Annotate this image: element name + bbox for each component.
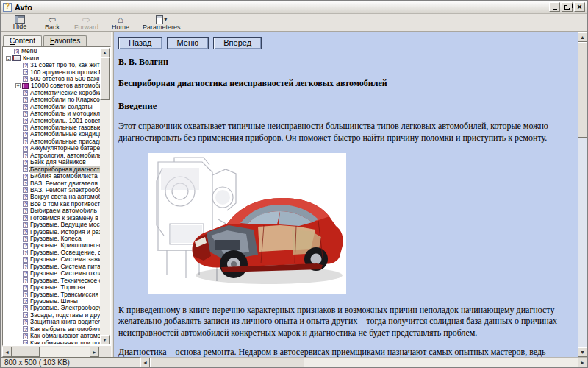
minimize-button[interactable] — [549, 2, 560, 12]
help-topic-icon — [23, 222, 28, 228]
tree-item[interactable]: Автомобиль и мотоцикл — [4, 110, 100, 117]
tree-item[interactable]: Грузовые. Техническое об — [4, 277, 100, 283]
tree-item[interactable]: Аккумуляторные батареи — [4, 145, 100, 152]
tree-horizontal-scrollbar[interactable]: ◄ ► — [2, 347, 99, 357]
scrollbar-track[interactable] — [304, 358, 578, 367]
help-topic-icon — [23, 319, 28, 325]
tree-item[interactable]: Астрология, автомобиль, — [4, 152, 100, 159]
topic-nav-menu-button[interactable]: Меню — [167, 37, 209, 49]
tree-item-label: Засады, подставы и други — [30, 312, 100, 319]
scroll-right-icon[interactable]: ► — [578, 358, 587, 367]
toolbar-button-label: Back — [45, 24, 60, 31]
tree-item[interactable]: ВАЗ. Ремонт электрообор — [4, 187, 100, 194]
scroll-down-icon[interactable]: ▼ — [578, 347, 587, 357]
status-text: 588 x 368 ( 103 KB) — [1, 357, 140, 367]
tree-item[interactable]: Бесприборная диагности — [4, 166, 100, 172]
scrollbar-track[interactable] — [100, 100, 110, 335]
tree-item-label: Грузовые. Системы охлаж — [30, 270, 100, 277]
tree-item[interactable]: Выбираем автомобиль — [4, 208, 100, 214]
help-topic-icon — [23, 76, 28, 82]
tree-item-label: Автомобиль. 1001 совет — [30, 118, 100, 124]
help-topic-icon — [23, 285, 28, 291]
tab-favorites[interactable]: Favorites — [43, 35, 87, 46]
topic-nav-forward-button[interactable]: Вперед — [213, 37, 262, 49]
paragraph: Диагностика – основа ремонта. Недаром в … — [118, 347, 573, 357]
scroll-up-icon[interactable]: ▲ — [100, 48, 110, 57]
tree-item-label: Астрология, автомобиль, — [30, 152, 100, 159]
tree-item[interactable]: +10000 советов автомобил — [4, 82, 100, 89]
tree-item[interactable]: Грузовые. Трансмиссия — [4, 291, 100, 297]
restore-button[interactable] — [562, 2, 573, 12]
tree-item[interactable]: Как обманывают при пок — [4, 339, 100, 344]
help-topic-icon — [23, 201, 28, 207]
tree-item[interactable]: Засады, подставы и други — [4, 312, 100, 319]
paragraph: Этот справочник охватывает типичные неис… — [118, 121, 573, 144]
title-bar[interactable]: Avto × — [1, 1, 587, 14]
tree-item[interactable]: Грузовые. История и разв — [4, 228, 100, 235]
scroll-left-icon[interactable]: ◄ — [140, 358, 150, 367]
expand-icon[interactable]: + — [15, 83, 21, 88]
tree-item[interactable]: Готовимся к экзамену в Г — [4, 215, 100, 222]
help-topic-icon — [23, 257, 28, 263]
tree-item[interactable]: Menu — [4, 48, 100, 54]
toolbar-button-back[interactable]: Back — [36, 14, 68, 31]
toolbar-button-params[interactable]: Parameteres — [137, 14, 187, 31]
tree-item[interactable]: Байк для Чайников — [4, 159, 100, 166]
tree-item[interactable]: 500 ответов на 500 важны — [4, 76, 100, 82]
content-vertical-scrollbar[interactable]: ▲ ▼ — [578, 32, 587, 357]
tab-content[interactable]: Content — [3, 35, 42, 47]
scrollbar-thumb[interactable] — [12, 347, 40, 357]
topic-nav-back-button[interactable]: Назад — [118, 37, 162, 49]
toolbar-button-home[interactable]: Home — [104, 14, 137, 31]
tree-item[interactable]: Автомобильные газовые — [4, 124, 100, 131]
tree-item[interactable]: Вокруг света на автомоби — [4, 194, 100, 200]
tree-item[interactable]: Грузовые. Освещение, си — [4, 250, 100, 256]
close-button[interactable]: × — [574, 2, 585, 12]
tree-item[interactable]: Автомобильные присадки — [4, 138, 100, 145]
tree-item[interactable]: Автоматические коробки — [4, 90, 100, 96]
tree-vertical-scrollbar[interactable]: ▲ ▼ — [100, 48, 110, 344]
tree-item[interactable]: ВАЗ. Ремонт двигателя — [4, 180, 100, 186]
scrollbar-thumb[interactable] — [150, 358, 304, 367]
tree-item[interactable]: Как выбрать автомобиль — [4, 326, 100, 333]
help-topic-icon — [23, 174, 28, 180]
scroll-left-icon[interactable]: ◄ — [2, 347, 12, 357]
scroll-down-icon[interactable]: ▼ — [100, 335, 110, 344]
tree-item[interactable]: Автомобили-солдаты — [4, 104, 100, 110]
tree-item[interactable]: Грузовые. Электрооборуд — [4, 305, 100, 311]
paragraph: К приведенному в книге перечню характерн… — [118, 305, 573, 339]
help-topic-icon — [23, 187, 28, 193]
scroll-right-icon[interactable]: ► — [90, 347, 99, 357]
tree-item[interactable]: Защитная книга водителя — [4, 319, 100, 325]
tree-item[interactable]: Автомобили по Кларксону — [4, 96, 100, 103]
tree-item[interactable]: Библия автомобилиста — [4, 173, 100, 180]
scroll-up-icon[interactable]: ▲ — [578, 32, 587, 42]
tree-item[interactable]: Грузовые. Кривошипно-ш — [4, 242, 100, 249]
toolbar-button-hide[interactable]: Hide — [4, 14, 36, 31]
tree-item[interactable]: Грузовые. Ведущие мост — [4, 222, 100, 228]
scrollbar-track[interactable] — [40, 347, 90, 357]
scrollbar-track[interactable] — [578, 138, 587, 347]
tree-item[interactable]: Автомобильные кондици — [4, 131, 100, 138]
tree-item[interactable]: Грузовые. Колеса — [4, 236, 100, 242]
tree-item-label: Автомобиль и мотоцикл — [30, 110, 100, 117]
tree-item-label: Все о том как противосто — [30, 201, 100, 208]
content-horizontal-scrollbar[interactable]: ◄ ► — [140, 357, 587, 367]
tree-item[interactable]: Грузовые. Шины — [4, 298, 100, 305]
tree-item[interactable]: Грузовые. Системы охлаж — [4, 270, 100, 277]
tree-item[interactable]: Автомобиль. 1001 совет — [4, 117, 100, 124]
tree-item-label: Автомобильные присадки — [30, 138, 100, 145]
tree-item[interactable]: 31 совет про то, как жить — [4, 62, 100, 68]
tree-item[interactable]: Грузовые. Система зажиг — [4, 256, 100, 263]
tree-item[interactable]: Грузовые. Система питан — [4, 263, 100, 270]
scrollbar-thumb[interactable] — [100, 57, 110, 100]
tree-item[interactable]: Грузовые. Тормоза — [4, 284, 100, 291]
tree-item[interactable]: -Книги — [4, 54, 100, 61]
tree-item[interactable]: 100 аргументов против ГА — [4, 68, 100, 75]
tree-item[interactable]: Как обманывают автомоб — [4, 333, 100, 339]
scrollbar-thumb[interactable] — [578, 42, 587, 138]
tree-item[interactable]: Все о том как противосто — [4, 201, 100, 208]
collapse-icon[interactable]: - — [6, 56, 11, 61]
help-topic-icon — [23, 215, 28, 221]
help-topic-icon — [23, 340, 28, 344]
